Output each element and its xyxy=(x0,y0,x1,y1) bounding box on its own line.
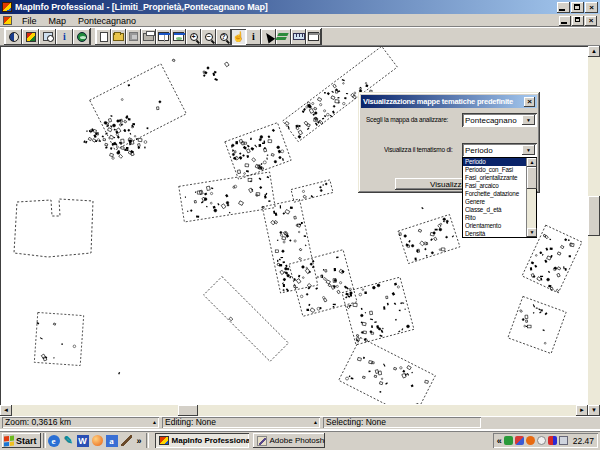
internet-explorer-icon[interactable]: e xyxy=(48,435,60,447)
save-table-button[interactable] xyxy=(126,29,141,45)
editing-status-panel[interactable]: Editing: None ▲ xyxy=(162,417,320,428)
close-button[interactable]: × xyxy=(585,2,598,13)
scroll-up-button[interactable]: ▲ xyxy=(588,46,600,57)
horizontal-scrollbar[interactable]: ◄ ► xyxy=(0,405,588,416)
dropdown-option[interactable]: Orientamento xyxy=(463,222,526,230)
open-table-button[interactable] xyxy=(111,29,126,45)
scroll-right-button[interactable]: ► xyxy=(576,405,588,416)
mapinfo-logo-icon xyxy=(2,2,12,12)
dialog-title: Visualizzazione mappe tematiche predefin… xyxy=(363,97,513,106)
zoom-in-tool[interactable]: + xyxy=(186,29,201,45)
ruler-tool[interactable] xyxy=(291,29,306,45)
tray-icon[interactable] xyxy=(548,436,557,445)
pen-icon[interactable] xyxy=(121,435,132,446)
menu-pontecagnano[interactable]: Pontecagnano xyxy=(72,16,142,26)
tray-icon[interactable] xyxy=(559,436,568,445)
info-point-tool[interactable]: i xyxy=(246,29,261,45)
zoom-in-icon: + xyxy=(190,33,198,41)
child-close-button[interactable]: × xyxy=(585,16,597,26)
scrollbar-thumb[interactable] xyxy=(588,196,600,236)
tray-chevron-icon[interactable]: « xyxy=(497,436,502,446)
popup-arrow-icon[interactable]: ▲ xyxy=(152,418,157,427)
child-restore-button[interactable] xyxy=(572,16,584,26)
layer-control-button[interactable] xyxy=(276,29,291,45)
start-button[interactable]: Start xyxy=(2,433,41,448)
child-minimize-button[interactable] xyxy=(559,16,571,26)
hand-icon: ☝ xyxy=(232,32,244,42)
dropdown-option[interactable]: Densità xyxy=(463,230,526,237)
new-mapper-button[interactable] xyxy=(171,29,186,45)
overflow-chevron-icon[interactable]: » xyxy=(135,436,144,446)
info-window-tool[interactable]: i xyxy=(56,29,73,45)
query-tool[interactable] xyxy=(39,29,56,45)
dropdown-scrollbar[interactable]: ▲ ▼ xyxy=(526,158,536,237)
scroll-down-button[interactable]: ▼ xyxy=(588,405,600,416)
scroll-up-button[interactable]: ▲ xyxy=(527,158,537,167)
select-tool[interactable] xyxy=(261,29,276,45)
dropdown-option[interactable]: Genere xyxy=(463,198,526,206)
layers-icon xyxy=(278,32,289,42)
world-icon xyxy=(77,32,87,42)
selecting-status-panel[interactable]: Selecting: None xyxy=(323,417,481,428)
tray-icon[interactable] xyxy=(537,436,546,445)
new-table-button[interactable] xyxy=(96,29,111,45)
theme-select-combo[interactable]: Periodo ▼ xyxy=(462,143,537,157)
show-desktop-icon[interactable]: ✎ xyxy=(62,434,75,447)
map-select-label: Scegli la mappa da analizzare: xyxy=(366,116,448,123)
districts-icon xyxy=(9,32,19,42)
toolbar: i + − ? ☝ i xyxy=(0,27,600,46)
zoom-status-panel[interactable]: Zoom: 0,3616 km ▲ xyxy=(2,417,159,428)
pan-tool[interactable]: ☝ xyxy=(231,29,246,45)
map-canvas[interactable]: Visualizzazione mappe tematiche predefin… xyxy=(0,46,588,405)
scroll-left-button[interactable]: ◄ xyxy=(0,405,12,416)
word-icon[interactable]: W xyxy=(77,435,89,447)
dropdown-option[interactable]: Fasi_arcaico xyxy=(463,182,526,190)
dropdown-option[interactable]: Periodo xyxy=(463,158,526,166)
tray-icon[interactable] xyxy=(526,436,535,445)
dropdown-option[interactable]: Periodo_con_Fasi xyxy=(463,166,526,174)
minimize-icon xyxy=(561,22,567,24)
info-icon: i xyxy=(252,32,255,42)
show-districts-tool[interactable] xyxy=(5,29,22,45)
document-icon[interactable] xyxy=(3,16,12,25)
dropdown-option[interactable]: Fasi_orientalizzante xyxy=(463,174,526,182)
tray-icon[interactable] xyxy=(515,436,524,445)
task-button-photoshop[interactable]: Adobe Photoshop xyxy=(253,433,325,448)
chevron-down-icon[interactable]: ▼ xyxy=(522,145,535,155)
task-label: Adobe Photoshop xyxy=(270,436,325,445)
tray-icon[interactable] xyxy=(504,436,513,445)
dropdown-option[interactable]: Forchette_datazione xyxy=(463,190,526,198)
dropdown-option[interactable]: Rito xyxy=(463,214,526,222)
zoom-out-tool[interactable]: − xyxy=(201,29,216,45)
firefox-icon[interactable] xyxy=(92,435,103,446)
map-select-combo[interactable]: Pontecagnano ▼ xyxy=(462,113,537,127)
menu-map[interactable]: Map xyxy=(43,16,73,26)
scroll-down-button[interactable]: ▼ xyxy=(527,228,537,237)
print-button[interactable] xyxy=(141,29,156,45)
dropdown-option[interactable]: Classe_d_età xyxy=(463,206,526,214)
window-title: MapInfo Professional - [Limiti_Proprietà… xyxy=(15,2,268,12)
theme-select-value: Periodo xyxy=(462,146,522,155)
thematic-icon xyxy=(26,32,36,42)
open-folder-icon xyxy=(113,33,124,41)
minimize-button[interactable] xyxy=(557,2,570,13)
acrobat-icon[interactable]: a xyxy=(106,435,118,447)
window-tool[interactable] xyxy=(306,29,321,45)
dialog-titlebar[interactable]: Visualizzazione mappe tematiche predefin… xyxy=(361,95,537,108)
scrollbar-thumb[interactable] xyxy=(527,167,537,189)
restore-button[interactable] xyxy=(571,2,584,13)
thematic-map-tool[interactable] xyxy=(22,29,39,45)
popup-arrow-icon[interactable]: ▲ xyxy=(313,418,318,427)
windows-taskbar: Start e ✎ W a » MapInfo Professional ...… xyxy=(0,429,600,450)
dialog-close-button[interactable]: × xyxy=(524,97,535,107)
chevron-down-icon[interactable]: ▼ xyxy=(522,115,535,125)
new-browser-button[interactable] xyxy=(156,29,171,45)
vertical-scrollbar[interactable]: ▲ ▼ xyxy=(588,46,600,416)
zoom-out-icon: − xyxy=(205,33,213,41)
world-tool[interactable] xyxy=(73,29,90,45)
scrollbar-thumb[interactable] xyxy=(178,405,198,416)
change-zoom-tool[interactable]: ? xyxy=(216,29,231,45)
taskbar-divider xyxy=(43,433,46,448)
task-button-mapinfo[interactable]: MapInfo Professional ... xyxy=(155,433,249,448)
menu-file[interactable]: File xyxy=(16,16,43,26)
